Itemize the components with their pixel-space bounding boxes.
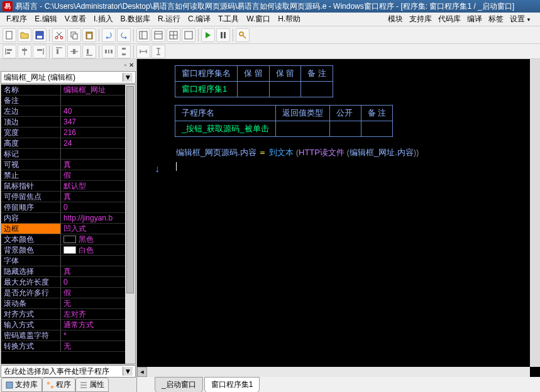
nav-support-lib[interactable]: 支持库 xyxy=(409,14,432,24)
property-value[interactable]: 编辑框_网址 xyxy=(61,85,135,95)
panel-pin-icon[interactable]: ▫ xyxy=(124,62,126,68)
property-row[interactable]: 字体 xyxy=(1,256,135,266)
property-row[interactable]: 内容http://jingyan.b xyxy=(1,213,135,224)
property-row[interactable]: 可视真 xyxy=(1,160,135,170)
property-row[interactable]: 最大允许长度0 xyxy=(1,277,135,288)
property-row[interactable]: 左边40 xyxy=(1,106,135,117)
property-value[interactable] xyxy=(61,149,135,159)
property-row[interactable]: 高度24 xyxy=(1,138,135,149)
property-row[interactable]: 禁止假 xyxy=(1,170,135,181)
save-icon[interactable] xyxy=(33,28,47,42)
code-editor[interactable]: 窗口程序集名 保 留 保 留 备 注 窗口程序集1 子程序名 返回值类型 公开 … xyxy=(137,59,540,392)
property-row[interactable]: 鼠标指针默认型 xyxy=(1,181,135,192)
property-value[interactable]: 0 xyxy=(61,277,135,287)
property-row[interactable]: 停留顺序0 xyxy=(1,202,135,213)
property-row[interactable]: 隐藏选择真 xyxy=(1,266,135,277)
property-value[interactable]: 凹入式 xyxy=(61,224,126,234)
run-icon[interactable] xyxy=(201,28,215,42)
property-row[interactable]: 名称编辑框_网址 xyxy=(1,85,135,95)
property-value[interactable]: 无 xyxy=(61,298,135,308)
tab-start-window[interactable]: _启动窗口 xyxy=(155,377,203,392)
property-value[interactable]: http://jingyan.b xyxy=(61,213,135,223)
nav-settings[interactable]: 设置▼ xyxy=(510,14,531,24)
menu-compile[interactable]: C.编译 xyxy=(184,13,214,26)
layout-icon-2[interactable] xyxy=(152,28,165,42)
menu-run[interactable]: R.运行 xyxy=(154,13,184,26)
align-bottom-icon[interactable] xyxy=(82,45,96,58)
property-value[interactable]: 通常方式 xyxy=(61,320,135,330)
align-left-icon[interactable] xyxy=(3,45,16,58)
property-row[interactable]: 背景颜色白色 xyxy=(1,245,135,256)
menu-database[interactable]: B.数据库 xyxy=(117,13,154,26)
property-value[interactable]: 默认型 xyxy=(61,181,135,191)
layout-icon-3[interactable] xyxy=(167,28,180,42)
property-value[interactable]: 216 xyxy=(61,128,135,138)
property-value[interactable] xyxy=(61,95,135,106)
undo-icon[interactable] xyxy=(102,28,116,42)
property-value[interactable]: 347 xyxy=(61,117,135,127)
property-scrollbar[interactable] xyxy=(125,85,135,364)
open-file-icon[interactable] xyxy=(18,28,31,42)
property-value[interactable]: 假 xyxy=(61,288,135,298)
sub-name-cell[interactable]: _按钮_获取源码_被单击 xyxy=(175,121,276,137)
find-icon[interactable] xyxy=(236,28,250,42)
redo-icon[interactable] xyxy=(117,28,131,42)
layout-icon-4[interactable] xyxy=(182,28,196,42)
distribute-v-icon[interactable] xyxy=(117,45,131,58)
menu-view[interactable]: V.查看 xyxy=(61,13,90,26)
property-value[interactable]: 白色 xyxy=(61,245,135,255)
property-value[interactable]: 40 xyxy=(61,106,135,116)
align-center-h-icon[interactable] xyxy=(18,45,31,58)
pause-icon[interactable] xyxy=(216,28,230,42)
nav-tags[interactable]: 标签 xyxy=(488,14,504,24)
new-file-icon[interactable] xyxy=(3,28,16,42)
module-name-cell[interactable]: 窗口程序集1 xyxy=(175,82,238,97)
menu-edit[interactable]: E.编辑 xyxy=(31,13,60,26)
property-row[interactable]: 可停留焦点真 xyxy=(1,192,135,202)
property-value[interactable]: 真 xyxy=(61,160,135,170)
tab-program[interactable]: 程序 xyxy=(42,378,75,392)
menu-help[interactable]: H.帮助 xyxy=(274,13,304,26)
tab-support-lib[interactable]: 支持库 xyxy=(1,378,42,392)
property-row[interactable]: 密码遮盖字符* xyxy=(1,330,135,341)
property-row[interactable]: 输入方式通常方式 xyxy=(1,320,135,330)
nav-code-lib[interactable]: 代码库 xyxy=(438,14,461,24)
cut-icon[interactable] xyxy=(52,28,66,42)
menu-program[interactable]: F.程序 xyxy=(3,13,31,26)
property-row[interactable]: 是否允许多行假 xyxy=(1,288,135,298)
dropdown-arrow-icon[interactable]: ▼ xyxy=(123,73,133,82)
event-handler-selector[interactable]: 在此处选择加入事件处理子程序 ▼ xyxy=(1,365,136,378)
property-row[interactable]: 宽度216 xyxy=(1,128,135,138)
property-value[interactable]: 24 xyxy=(61,138,135,148)
property-value[interactable]: 真 xyxy=(61,192,135,202)
property-row[interactable]: 转换方式无 xyxy=(1,341,135,352)
align-top-icon[interactable] xyxy=(52,45,66,58)
align-right-icon[interactable] xyxy=(33,45,47,58)
property-value[interactable]: 无 xyxy=(61,341,135,351)
copy-icon[interactable] xyxy=(67,28,81,42)
property-value[interactable]: 0 xyxy=(61,202,135,212)
property-value[interactable]: 黑色 xyxy=(61,234,135,244)
tab-properties[interactable]: 属性 xyxy=(75,378,109,392)
menu-window[interactable]: W.窗口 xyxy=(243,13,274,26)
property-row[interactable]: 文本颜色黑色 xyxy=(1,234,135,245)
nav-compile[interactable]: 编译 xyxy=(467,14,482,24)
property-value[interactable]: 真 xyxy=(61,266,135,276)
dropdown-arrow-icon[interactable]: ▼ xyxy=(123,367,133,376)
panel-close-icon[interactable]: ✕ xyxy=(129,62,134,68)
layout-icon-1[interactable] xyxy=(136,28,150,42)
paste-icon[interactable] xyxy=(82,28,96,42)
menu-insert[interactable]: I.插入 xyxy=(90,13,117,26)
property-row[interactable]: 对齐方式左对齐 xyxy=(1,309,135,320)
component-selector[interactable]: 编辑框_网址 (编辑框) ▼ xyxy=(1,71,136,84)
same-height-icon[interactable] xyxy=(152,45,165,58)
tab-window-set[interactable]: 窗口程序集1 xyxy=(204,377,260,392)
code-horizontal-scrollbar[interactable]: ◄ xyxy=(137,367,530,377)
property-row[interactable]: 滚动条无 xyxy=(1,298,135,309)
scroll-left-icon[interactable]: ◄ xyxy=(137,367,147,377)
distribute-h-icon[interactable] xyxy=(102,45,116,58)
property-row[interactable]: 备注 xyxy=(1,95,135,106)
code-vertical-scrollbar[interactable] xyxy=(530,59,540,367)
nav-module[interactable]: 模块 xyxy=(388,14,403,24)
property-row[interactable]: 顶边347 xyxy=(1,117,135,128)
